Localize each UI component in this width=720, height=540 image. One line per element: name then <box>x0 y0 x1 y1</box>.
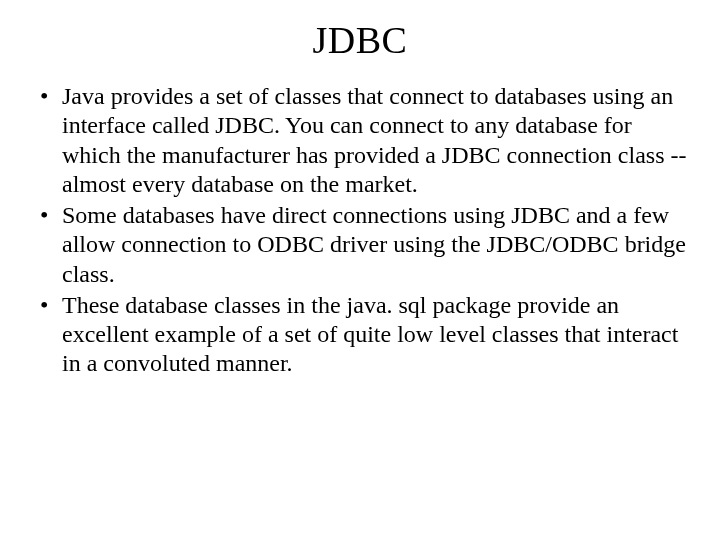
list-item: These database classes in the java. sql … <box>36 291 692 379</box>
slide-title: JDBC <box>28 18 692 62</box>
list-item: Java provides a set of classes that conn… <box>36 82 692 199</box>
bullet-list: Java provides a set of classes that conn… <box>28 82 692 379</box>
list-item: Some databases have direct connections u… <box>36 201 692 289</box>
